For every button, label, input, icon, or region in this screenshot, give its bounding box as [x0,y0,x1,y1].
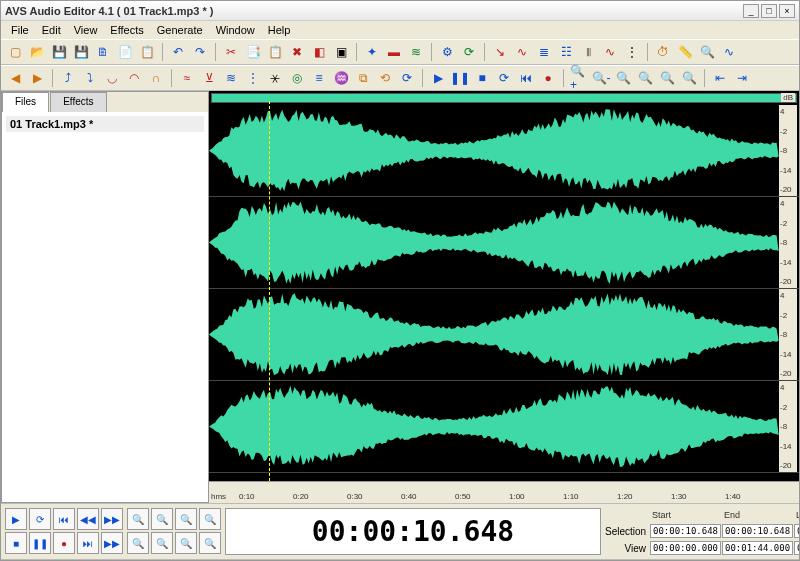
tb-play-icon[interactable]: ▶ [5,508,27,530]
record-icon[interactable]: ● [538,68,558,88]
fx9-icon[interactable]: ⧉ [353,68,373,88]
zoom-selh-icon[interactable]: 🔍 [635,68,655,88]
undo-icon[interactable]: ↶ [168,42,188,62]
save-all-icon[interactable]: 🗎 [93,42,113,62]
tb-end-icon[interactable]: ⏭ [77,532,99,554]
zb-out-icon[interactable]: 🔍 [151,508,173,530]
zb-sel-icon[interactable]: 🔍 [199,508,221,530]
fx1-icon[interactable]: ≈ [177,68,197,88]
tab-effects[interactable]: Effects [50,92,106,112]
sel-length[interactable]: 00:00:00.000 [794,524,800,538]
cut-icon[interactable]: ✂ [221,42,241,62]
tb-rew-icon[interactable]: ◀◀ [77,508,99,530]
properties-icon[interactable]: 📋 [137,42,157,62]
fadeout-icon[interactable]: ∿ [512,42,532,62]
redo-icon[interactable]: ↷ [190,42,210,62]
fx3-icon[interactable]: ≋ [221,68,241,88]
menu-file[interactable]: File [5,22,35,38]
overlay-icon[interactable]: ▬ [384,42,404,62]
tb-fwd-icon[interactable]: ▶▶ [101,508,123,530]
fx11-icon[interactable]: ⟳ [397,68,417,88]
link-icon[interactable]: ⚙ [437,42,457,62]
tb-pause-icon[interactable]: ❚❚ [29,532,51,554]
waveform-channel[interactable]: 4-2-8-14-20 [209,289,799,381]
fx7-icon[interactable]: ≡ [309,68,329,88]
open-file-icon[interactable]: 📂 [27,42,47,62]
timer-icon[interactable]: ⏱ [653,42,673,62]
sel-start[interactable]: 00:00:10.648 [650,524,721,538]
loop-icon[interactable]: ⟳ [494,68,514,88]
zoom-fit-icon[interactable]: 🔍 [613,68,633,88]
fx5-icon[interactable]: ⚹ [265,68,285,88]
view-length[interactable]: 00:01:44.000 [794,541,800,555]
tb-stop-icon[interactable]: ■ [5,532,27,554]
tab-files[interactable]: Files [2,92,49,112]
save-as-icon[interactable]: 💾 [71,42,91,62]
filter-icon[interactable]: ⫴ [578,42,598,62]
zoom-selv-icon[interactable]: 🔍 [657,68,677,88]
copy-icon[interactable]: 📑 [243,42,263,62]
close-button[interactable]: × [779,4,795,18]
fx10-icon[interactable]: ⟲ [375,68,395,88]
menu-window[interactable]: Window [210,22,261,38]
magnify-icon[interactable]: 🔍 [697,42,717,62]
zb-vfit-icon[interactable]: 🔍 [175,532,197,554]
minimize-button[interactable]: _ [743,4,759,18]
menu-help[interactable]: Help [262,22,297,38]
mix-icon[interactable]: ✦ [362,42,382,62]
fx4-icon[interactable]: ⋮ [243,68,263,88]
zoom-all-icon[interactable]: 🔍 [679,68,699,88]
menu-generate[interactable]: Generate [151,22,209,38]
sample-icon[interactable]: ∿ [600,42,620,62]
stop-icon[interactable]: ■ [472,68,492,88]
mark-out-icon[interactable]: ⇥ [732,68,752,88]
zoom-sel-icon[interactable]: ∿ [719,42,739,62]
fadein-icon[interactable]: ↘ [490,42,510,62]
sel-end[interactable]: 00:00:10.648 [722,524,793,538]
env2-icon[interactable]: ⤵ [80,68,100,88]
tb-ff-icon[interactable]: ▶▶ [101,532,123,554]
file-list-item[interactable]: 01 Track1.mp3 * [6,116,204,132]
env3-icon[interactable]: ◡ [102,68,122,88]
options-icon[interactable]: ⟳ [459,42,479,62]
overview-bar[interactable] [211,93,797,103]
page-icon[interactable]: 📄 [115,42,135,62]
menu-view[interactable]: View [68,22,104,38]
zoom-out-icon[interactable]: 🔍- [591,68,611,88]
pause-icon[interactable]: ❚❚ [450,68,470,88]
fx6-icon[interactable]: ◎ [287,68,307,88]
waveform-area[interactable]: dB 4-2-8-14-204-2-8-14-204-2-8-14-204-2-… [209,91,799,503]
waveform-channel[interactable]: 4-2-8-14-20 [209,381,799,473]
playhead-cursor[interactable] [269,101,270,481]
crop-icon[interactable]: ◧ [309,42,329,62]
zb-vsel-icon[interactable]: 🔍 [199,532,221,554]
waveform-channel[interactable]: 4-2-8-14-20 [209,197,799,289]
time-ruler[interactable]: hms 0:100:200:300:400:501:001:101:201:30… [209,481,799,503]
delete-icon[interactable]: ✖ [287,42,307,62]
env4-icon[interactable]: ◠ [124,68,144,88]
fade-icon[interactable]: ≋ [406,42,426,62]
normalize-icon[interactable]: ≣ [534,42,554,62]
save-icon[interactable]: 💾 [49,42,69,62]
rewind-icon[interactable]: ⏮ [516,68,536,88]
env5-icon[interactable]: ∩ [146,68,166,88]
goto-end-icon[interactable]: ▶ [27,68,47,88]
trim-icon[interactable]: ▣ [331,42,351,62]
waveform-channel[interactable]: 4-2-8-14-20 [209,105,799,197]
scale-icon[interactable]: 📏 [675,42,695,62]
tb-loop-icon[interactable]: ⟳ [29,508,51,530]
zb-fit-icon[interactable]: 🔍 [175,508,197,530]
zb-vin-icon[interactable]: 🔍 [127,532,149,554]
fx2-icon[interactable]: ⊻ [199,68,219,88]
mark-in-icon[interactable]: ⇤ [710,68,730,88]
tb-record-icon[interactable]: ● [53,532,75,554]
play-icon[interactable]: ▶ [428,68,448,88]
zoom-in-icon[interactable]: 🔍+ [569,68,589,88]
goto-start-icon[interactable]: ◀ [5,68,25,88]
zb-in-icon[interactable]: 🔍 [127,508,149,530]
new-file-icon[interactable]: ▢ [5,42,25,62]
menu-effects[interactable]: Effects [104,22,149,38]
tb-begin-icon[interactable]: ⏮ [53,508,75,530]
batch-icon[interactable]: ⋮ [622,42,642,62]
view-end[interactable]: 00:01:44.000 [722,541,793,555]
